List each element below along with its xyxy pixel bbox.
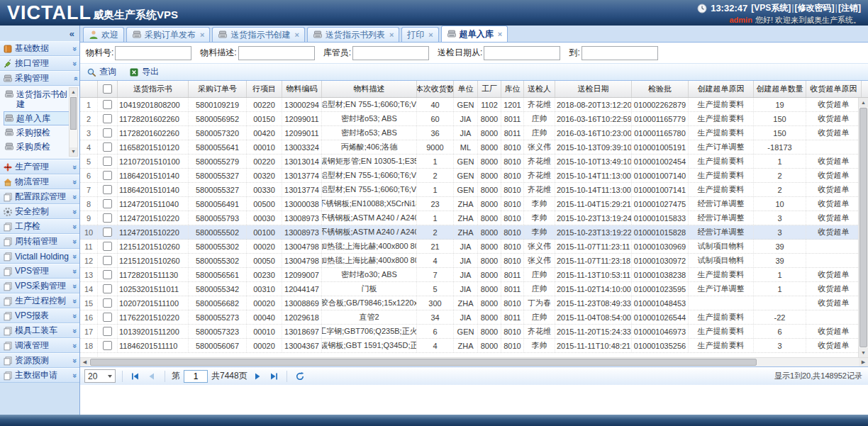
table-row[interactable]: 91124720151022058000557930003013008973不锈… [80, 211, 868, 225]
filter-input-1[interactable] [238, 46, 315, 60]
row-checkbox[interactable] [103, 284, 112, 293]
tab-close-icon[interactable]: × [428, 30, 433, 39]
tab-close-icon[interactable]: × [498, 30, 502, 38]
sidebar-item-16[interactable]: 资源预测» [0, 353, 79, 368]
row-checkbox[interactable] [103, 171, 112, 180]
sidebar-item-9[interactable]: Victall Holding» [0, 249, 79, 264]
table-row[interactable]: 81124720151104058000564910050013000038不锈… [80, 197, 868, 211]
vertical-scrollbar-thumb[interactable] [859, 108, 867, 347]
row-checkbox[interactable] [103, 341, 112, 350]
table-row[interactable]: 141025320151101158000553420031012044147门… [80, 282, 868, 296]
column-header-12[interactable]: 创建超单原因 [689, 81, 754, 97]
export-button[interactable]: 导出 [127, 65, 161, 79]
column-header-1[interactable]: 采购订单号 [189, 81, 247, 97]
sidebar-item-10[interactable]: VPS管理» [0, 264, 79, 279]
tab-close-icon[interactable]: × [200, 30, 204, 39]
scroll-right-arrow[interactable]: ▶ [859, 358, 868, 366]
sidebar-item-8[interactable]: 周转箱管理» [0, 234, 79, 249]
row-checkbox[interactable] [103, 100, 112, 109]
sidebar-collapse-button[interactable]: « [69, 28, 74, 39]
header-link-1[interactable]: [修改密码] [795, 3, 835, 13]
header-link-0[interactable]: [VPS系统] [751, 3, 791, 13]
tab-4[interactable]: 打印× [401, 27, 438, 42]
table-row[interactable]: 161176220151022058000552730004012029618直… [80, 310, 868, 325]
scroll-up-arrow[interactable]: ▲ [69, 88, 77, 96]
select-all-header[interactable] [98, 81, 118, 97]
table-row[interactable]: 171013920151120058000573230001013018697工… [80, 325, 868, 339]
table-row[interactable]: 61186420151014058000553270032013013774铝型… [80, 169, 868, 183]
tab-5[interactable]: 超单入库× [441, 26, 508, 42]
table-row[interactable]: 51210720151010058000552790022013013014碳钢… [80, 155, 868, 169]
sidebar-subitem-3[interactable]: 采购质检 [4, 140, 69, 154]
select-all-checkbox[interactable] [103, 84, 112, 94]
column-header-14[interactable]: 收货超单原因 [806, 81, 862, 97]
table-row[interactable]: 41165820151012058000556410001013003324丙烯… [80, 140, 868, 155]
row-checkbox[interactable] [103, 213, 112, 223]
table-row[interactable]: 101124720151022058000555020010013008973不… [80, 225, 868, 240]
query-button[interactable]: 查询 [84, 65, 118, 79]
table-row[interactable]: 121215120151026058000553020005013004798加… [80, 254, 868, 268]
scroll-down-arrow[interactable]: ▼ [859, 348, 868, 357]
sidebar-item-6[interactable]: 安全控制» [0, 204, 79, 219]
table-row[interactable]: 131172820151113058000565610023012099007密… [80, 268, 868, 282]
column-header-6[interactable]: 单位 [454, 81, 478, 97]
row-checkbox[interactable] [103, 199, 112, 208]
row-checkbox[interactable] [103, 270, 112, 279]
tab-1[interactable]: 采购订单发布× [126, 27, 210, 42]
column-header-9[interactable]: 送检人 [524, 81, 555, 97]
table-row[interactable]: 31172820160226058000573200042012099011密封… [80, 126, 868, 140]
row-checkbox[interactable] [103, 327, 112, 336]
tab-2[interactable]: 送货指示书创建× [212, 27, 304, 42]
scroll-left-arrow[interactable]: ◀ [80, 358, 89, 366]
column-header-8[interactable]: 库位 [501, 81, 524, 97]
table-row[interactable]: 11041920180820058001092190022013000294铝型… [80, 98, 868, 112]
table-row[interactable]: 181184620151111058000560670002013004367碳… [80, 339, 868, 353]
column-header-2[interactable]: 行项目 [247, 81, 282, 97]
table-row[interactable]: 151020720151110058000566820002013008869胶… [80, 296, 868, 310]
tab-0[interactable]: 欢迎 [83, 27, 124, 42]
header-link-2[interactable]: [注销] [838, 3, 861, 13]
column-header-0[interactable]: 送货指示书 [118, 81, 189, 97]
table-row[interactable]: 21172820160226058000569520015012099011密封… [80, 112, 868, 126]
tab-3[interactable]: 送货指示书列表× [307, 27, 399, 42]
next-page-button[interactable] [251, 370, 264, 383]
first-page-button[interactable] [129, 370, 142, 383]
column-header-5[interactable]: 本次收货数 [417, 81, 454, 97]
sidebar-item-2[interactable]: 采购管理» [0, 71, 79, 86]
prev-page-button[interactable] [145, 370, 158, 383]
column-header-11[interactable]: 检验批 [632, 81, 689, 97]
filter-input-2[interactable] [352, 46, 429, 60]
scroll-up-arrow[interactable]: ▲ [859, 98, 868, 107]
row-checkbox[interactable] [103, 313, 112, 322]
column-header-10[interactable]: 送检日期 [555, 81, 632, 97]
scroll-down-arrow[interactable]: ▼ [69, 147, 77, 156]
sidebar-item-14[interactable]: 模具工装车» [0, 323, 79, 338]
row-checkbox[interactable] [103, 114, 112, 123]
sidebar-item-5[interactable]: 配置跟踪管理» [0, 189, 79, 204]
row-checkbox[interactable] [103, 142, 112, 152]
tab-close-icon[interactable]: × [389, 30, 394, 39]
sidebar-item-11[interactable]: VPS采购管理» [0, 279, 79, 293]
sidebar-item-0[interactable]: 基础数据» [0, 41, 79, 56]
row-checkbox[interactable] [103, 185, 112, 194]
column-header-4[interactable]: 物料描述 [322, 81, 417, 97]
row-checkbox[interactable] [103, 157, 112, 166]
horizontal-scrollbar-thumb[interactable] [90, 359, 757, 366]
column-header-7[interactable]: 工厂 [478, 81, 501, 97]
sidebar-item-17[interactable]: 主数据申请» [0, 368, 79, 383]
table-row[interactable]: 71186420151014058000553270033013013774铝型… [80, 183, 868, 197]
last-page-button[interactable] [267, 370, 280, 383]
page-number-input[interactable] [184, 370, 208, 383]
row-checkbox[interactable] [103, 128, 112, 138]
refresh-button[interactable] [294, 370, 306, 383]
row-checkbox[interactable] [103, 228, 112, 237]
sidebar-item-13[interactable]: VPS报表» [0, 308, 79, 323]
filter-input-0[interactable] [115, 46, 191, 60]
page-size-select[interactable]: 20 [84, 369, 116, 383]
filter-input-4[interactable] [582, 46, 658, 60]
sidebar-subitem-0[interactable]: 送货指示书创建 [4, 87, 69, 111]
tab-close-icon[interactable]: × [294, 30, 299, 39]
sidebar-subitem-2[interactable]: 采购报检 [4, 125, 69, 140]
sidebar-item-3[interactable]: 生产管理» [0, 159, 79, 174]
column-header-3[interactable]: 物料编码 [282, 81, 322, 97]
